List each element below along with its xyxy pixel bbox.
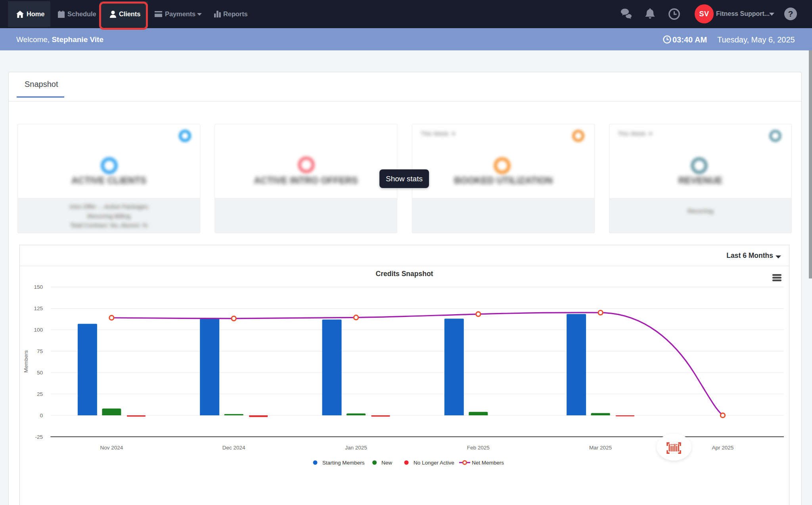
svg-text:New: New: [381, 460, 392, 466]
svg-text:150: 150: [34, 284, 43, 290]
svg-text:Nov 2024: Nov 2024: [100, 445, 123, 451]
svg-text:50: 50: [37, 370, 43, 376]
svg-text:Jan 2025: Jan 2025: [345, 445, 367, 451]
svg-text:Credits Snapshot: Credits Snapshot: [376, 270, 433, 278]
svg-text:100: 100: [34, 327, 43, 333]
svg-text:75: 75: [37, 348, 43, 354]
svg-text:125: 125: [34, 305, 43, 311]
svg-text:25: 25: [37, 391, 43, 397]
svg-text:Members: Members: [23, 350, 29, 373]
svg-text:Apr 2025: Apr 2025: [712, 445, 734, 451]
svg-text:0: 0: [40, 413, 43, 419]
svg-text:Starting Members: Starting Members: [322, 460, 365, 466]
svg-text:Mar 2025: Mar 2025: [589, 445, 612, 451]
svg-text:-25: -25: [35, 434, 43, 440]
svg-text:Net Members: Net Members: [472, 460, 504, 466]
svg-text:Dec 2024: Dec 2024: [222, 445, 245, 451]
svg-text:Feb 2025: Feb 2025: [467, 445, 490, 451]
svg-text:No Longer Active: No Longer Active: [414, 460, 454, 466]
